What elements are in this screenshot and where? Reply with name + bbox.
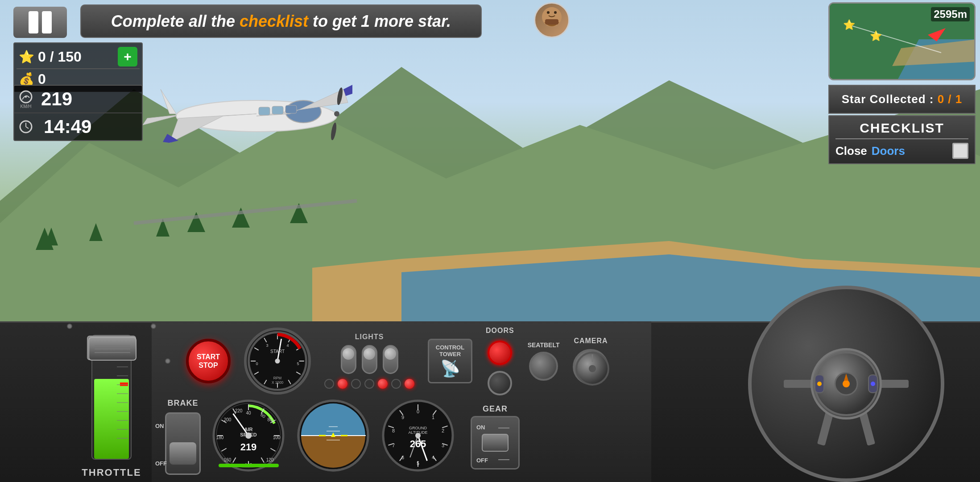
- door-toggle-1[interactable]: [488, 341, 512, 365]
- steering-section: [735, 321, 958, 482]
- svg-marker-19: [143, 115, 176, 125]
- gear-label: GEAR: [483, 404, 508, 414]
- steering-wheel[interactable]: [748, 286, 944, 482]
- gear-on-line: [498, 428, 509, 428]
- svg-point-30: [554, 11, 557, 14]
- knob-svg: [575, 351, 610, 386]
- svg-text:3: 3: [266, 343, 268, 348]
- lights-label: LIGHTS: [355, 333, 384, 341]
- light-indicator-6: [391, 379, 401, 389]
- svg-text:0: 0: [256, 362, 258, 366]
- svg-rect-24: [272, 106, 283, 114]
- checklist-banner-text: Complete all the checklist to get 1 more…: [111, 12, 451, 31]
- star-collected-panel: Star Collected : 0 / 1: [828, 85, 976, 114]
- svg-point-20: [334, 111, 339, 116]
- airplane: [134, 45, 379, 179]
- lights-indicators-row: [324, 379, 414, 389]
- camera-section: CAMERA: [573, 337, 608, 385]
- toggle-switch-2: [362, 345, 377, 374]
- svg-text:9: 9: [401, 415, 404, 420]
- toggle-switch-3: [383, 345, 398, 374]
- minimap-star-2: ⭐: [870, 30, 882, 42]
- gear-switch[interactable]: ON OFF: [471, 416, 520, 470]
- camera-knob[interactable]: [529, 352, 558, 381]
- control-tower-label: CONTROL TOWER: [436, 344, 464, 357]
- svg-text:0: 0: [417, 409, 419, 414]
- svg-text:220: 220: [235, 408, 243, 413]
- screw-tr: [151, 324, 156, 329]
- minimap: ⭐ ⭐ 2595m: [828, 2, 976, 80]
- checklist-panel: CHECKLIST Close Doors: [828, 115, 976, 164]
- checklist-banner: Complete all the checklist to get 1 more…: [80, 4, 482, 38]
- svg-text:120: 120: [266, 457, 274, 462]
- screw-tl: [67, 324, 72, 329]
- pause-bar-left: [29, 11, 38, 33]
- rpm-gauge-container: START RPM X 1000 0 3 4 5: [244, 328, 311, 395]
- svg-text:3: 3: [442, 443, 444, 448]
- seatbelt-section: SEATBELT: [528, 341, 560, 381]
- toggle-knob-1: [343, 348, 354, 360]
- lights-section: LIGHTS: [324, 333, 414, 389]
- brake-handle: [170, 442, 196, 465]
- svg-text:7: 7: [392, 443, 395, 448]
- svg-text:1: 1: [432, 415, 434, 420]
- svg-text:100: 100: [273, 435, 281, 440]
- svg-text:5: 5: [297, 362, 299, 366]
- star-icon: ⭐: [19, 50, 34, 64]
- svg-text:265: 265: [410, 438, 426, 449]
- start-stop-button[interactable]: START STOP: [186, 339, 231, 383]
- svg-point-153: [843, 380, 850, 387]
- svg-point-71: [275, 358, 280, 363]
- pause-button[interactable]: [13, 7, 67, 38]
- light-indicator-4: [364, 379, 374, 389]
- brake-label: BRAKE: [167, 399, 198, 408]
- svg-line-35: [26, 127, 29, 129]
- instrument-panel: START STOP: [152, 321, 651, 482]
- checklist-checkbox[interactable]: [952, 143, 968, 159]
- player-avatar: [534, 2, 570, 38]
- svg-text:40: 40: [246, 411, 251, 416]
- seatbelt-label: SEATBELT: [528, 341, 560, 349]
- minimap-star-1: ⭐: [843, 19, 855, 31]
- svg-text:4: 4: [432, 455, 434, 460]
- light-indicator-5: [378, 379, 388, 389]
- toggle-knob-2: [364, 348, 375, 360]
- camera-knob-main[interactable]: [573, 349, 608, 385]
- svg-text:6: 6: [401, 455, 404, 460]
- throttle-section: THROTTLE: [62, 321, 161, 482]
- throttle-handle[interactable]: [87, 336, 136, 360]
- svg-rect-28: [545, 19, 558, 25]
- toggle-2[interactable]: [362, 345, 377, 374]
- light-indicator-7: [405, 379, 414, 389]
- svg-point-150: [415, 433, 421, 438]
- checklist-item: Close Doors: [835, 143, 968, 159]
- brake-switch[interactable]: ON OFF: [165, 412, 201, 475]
- instruments-bottom-row: BRAKE ON OFF: [161, 396, 642, 478]
- svg-rect-25: [285, 105, 297, 113]
- svg-point-158: [871, 382, 875, 386]
- doors-label: DOORS: [486, 327, 514, 335]
- steering-wheel-center: [810, 348, 882, 420]
- speed-value: 219: [41, 88, 72, 110]
- svg-rect-115: [301, 436, 366, 471]
- toggle-3[interactable]: [383, 345, 398, 374]
- brake-section: BRAKE ON OFF: [165, 399, 201, 475]
- altimeter-gauge: 0 1 2 3 4 5 6 7 8 9 GROUND ALTITUDE 265: [381, 399, 455, 473]
- svg-text:80: 80: [267, 417, 273, 422]
- door-toggle-2[interactable]: [488, 371, 512, 395]
- stars-row: ⭐ 0 / 150 +: [14, 45, 142, 68]
- svg-text:START: START: [270, 349, 285, 353]
- wheel-center-svg: [813, 350, 880, 417]
- gear-section: GEAR ON OFF: [471, 404, 520, 470]
- svg-text:X 1000: X 1000: [272, 380, 284, 384]
- svg-point-32: [25, 96, 27, 98]
- svg-point-80: [589, 365, 596, 372]
- doors-section: DOORS: [486, 327, 514, 395]
- add-coins-button[interactable]: +: [118, 47, 137, 66]
- svg-point-110: [245, 432, 252, 439]
- star-collected-text: Star Collected : 0 / 1: [842, 92, 963, 106]
- toggle-1[interactable]: [341, 345, 356, 374]
- svg-text:5: 5: [417, 461, 419, 466]
- altimeter-gauge-container: 0 1 2 3 4 5 6 7 8 9 GROUND ALTITUDE 265: [381, 399, 455, 474]
- control-tower-button[interactable]: CONTROL TOWER 📡: [428, 339, 472, 383]
